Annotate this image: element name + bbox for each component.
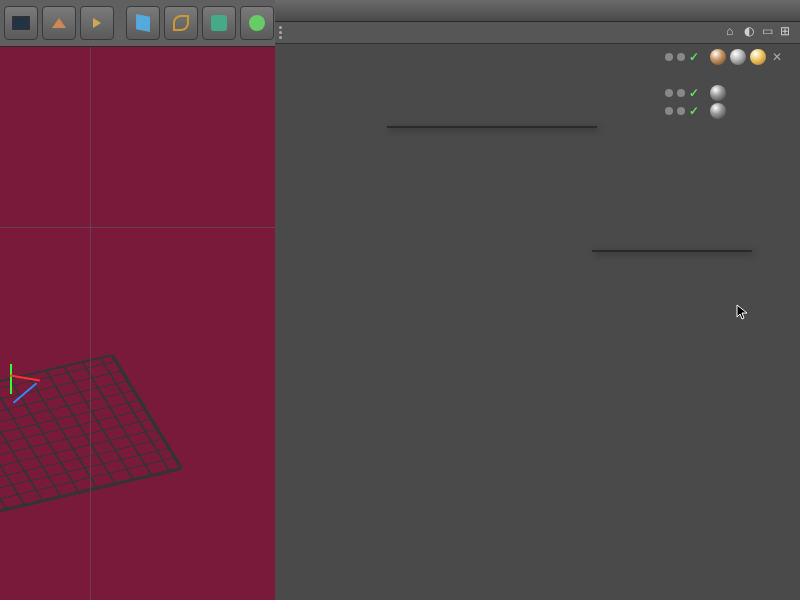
maximize-icon[interactable]: ⊞ (780, 24, 794, 38)
vertical-guide (90, 47, 91, 600)
axis-gizmo[interactable] (10, 377, 40, 394)
spline-tool[interactable] (164, 6, 198, 40)
panel-tabs (275, 0, 800, 22)
eye-icon[interactable]: ◐ (744, 24, 758, 38)
lock-icon[interactable]: ▭ (762, 24, 776, 38)
horizon-line (0, 227, 275, 228)
object-manager-panel: ⌂ ◐ ▭ ⊞ ✓ ✕ ✓ ✓ (275, 0, 800, 600)
panel-grip[interactable] (279, 26, 282, 39)
context-submenu (592, 250, 752, 252)
panel-top-icons: ⌂ ◐ ▭ ⊞ (726, 24, 794, 38)
viewport-3d[interactable] (0, 47, 275, 600)
home-icon[interactable]: ⌂ (726, 24, 740, 38)
tool-button[interactable] (42, 6, 76, 40)
panel-menubar (275, 22, 800, 44)
tool-button[interactable] (4, 6, 38, 40)
context-menu (387, 126, 597, 128)
cube-tool[interactable] (126, 6, 160, 40)
tool-button[interactable] (80, 6, 114, 40)
nurbs-tool[interactable] (202, 6, 236, 40)
tag-column: ✓ ✕ ✓ ✓ (665, 48, 784, 120)
generator-tool[interactable] (240, 6, 274, 40)
